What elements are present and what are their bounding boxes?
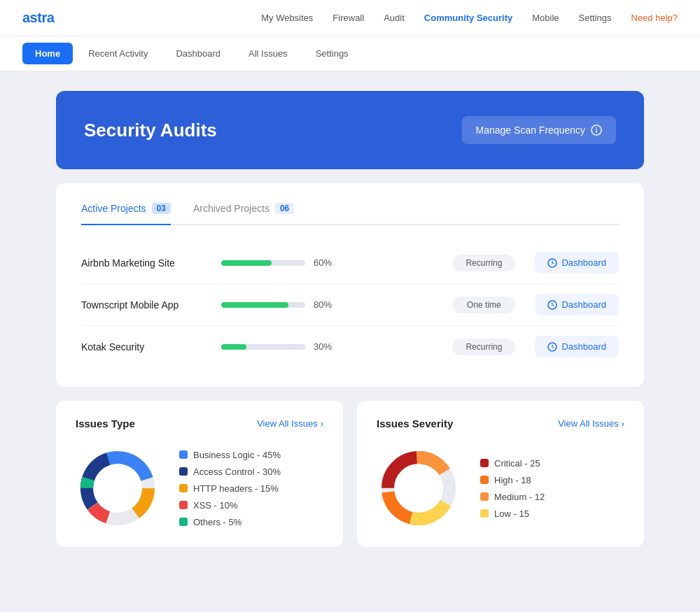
freq-badge: Recurring [452,339,515,355]
project-row: Kotak Security 30% Recurring Dashboard [81,326,619,367]
manage-scan-button[interactable]: Manage Scan Frequency i [462,116,616,144]
chevron-right-icon: › [622,418,624,429]
archived-projects-label: Archived Projects [193,203,270,214]
legend-label: HTTP headers - 15% [193,483,279,494]
project-rows: Airbnb Marketing Site 60% Recurring Dash… [81,242,619,367]
nav-community-security[interactable]: Community Security [424,13,512,23]
archived-projects-count: 06 [275,203,294,214]
dashboard-icon [547,258,557,268]
legend-label: XSS - 10% [193,500,238,511]
issues-type-donut [76,446,160,530]
issues-severity-view-all[interactable]: View All Issues › [558,418,624,429]
legend-dot [179,518,188,526]
tab-archived-projects[interactable]: Archived Projects 06 [193,203,294,225]
subnav-all-issues[interactable]: All Issues [236,43,300,64]
manage-scan-label: Manage Scan Frequency [476,124,585,136]
project-name: Airbnb Marketing Site [81,257,221,269]
progress-bar-fill [221,302,288,308]
nav-mobile[interactable]: Mobile [532,13,559,23]
freq-badge: Recurring [452,255,515,271]
project-row: Airbnb Marketing Site 60% Recurring Dash… [81,242,619,284]
legend-item: XSS - 10% [179,500,281,511]
progress-pct: 30% [314,341,339,352]
issues-severity-legend: Critical - 25 High - 18 Medium - 12 Low … [480,458,545,519]
top-nav-links: My Websites Firewall Audit Community Sec… [261,13,678,23]
dashboard-button[interactable]: Dashboard [535,294,619,315]
legend-label: Access Control - 30% [193,467,281,477]
dashboard-button[interactable]: Dashboard [535,336,619,357]
top-nav: astra My Websites Firewall Audit Communi… [0,0,700,36]
legend-dot [179,467,188,476]
nav-audit[interactable]: Audit [384,13,405,23]
freq-badge: One time [452,297,515,313]
legend-dot [480,476,489,484]
tab-active-projects[interactable]: Active Projects 03 [81,203,171,225]
info-icon: i [591,124,602,136]
project-name: Townscript Mobile App [81,299,221,311]
legend-item: Low - 15 [480,508,545,519]
progress-bar-bg [221,344,305,350]
issues-severity-title: Issues Severity [377,418,453,429]
issues-type-view-all[interactable]: View All Issues › [257,418,323,429]
progress-pct: 80% [314,299,339,310]
progress-bar-bg [221,260,305,266]
legend-item: Access Control - 30% [179,467,281,477]
nav-settings[interactable]: Settings [579,13,612,23]
legend-item: HTTP headers - 15% [179,483,281,494]
progress-pct: 60% [314,257,339,268]
subnav-recent-activity[interactable]: Recent Activity [76,43,160,64]
nav-need-help[interactable]: Need help? [631,13,678,23]
svg-point-9 [97,467,139,509]
chevron-right-icon: › [321,418,323,429]
projects-card: Active Projects 03 Archived Projects 06 … [56,183,644,387]
subnav-dashboard[interactable]: Dashboard [163,43,233,64]
dashboard-button[interactable]: Dashboard [535,252,619,273]
subnav-settings[interactable]: Settings [303,43,361,64]
legend-item: Business Logic - 45% [179,450,281,460]
issues-type-header: Issues Type View All Issues › [76,418,323,429]
legend-label: Critical - 25 [494,458,540,469]
project-name: Kotak Security [81,341,221,353]
progress-container: 80% [221,299,435,310]
tabs-row: Active Projects 03 Archived Projects 06 [81,203,619,225]
legend-dot [179,450,188,459]
progress-container: 60% [221,257,435,268]
legend-label: Business Logic - 45% [193,450,281,460]
issues-severity-header: Issues Severity View All Issues › [377,418,624,429]
dashboard-icon [547,300,557,310]
nav-firewall[interactable]: Firewall [332,13,364,23]
logo: astra [22,10,54,26]
active-projects-count: 03 [152,203,171,214]
security-audits-card: Security Audits Manage Scan Frequency i [56,91,644,169]
legend-label: Others - 5% [193,517,241,527]
main-content: Security Audits Manage Scan Frequency i … [0,71,700,567]
issues-type-body: Business Logic - 45% Access Control - 30… [76,446,323,530]
legend-item: Others - 5% [179,517,281,527]
legend-label: Low - 15 [494,508,529,519]
bottom-row: Issues Type View All Issues › Busi [56,401,644,547]
legend-item: High - 18 [480,475,545,485]
issues-type-card: Issues Type View All Issues › Busi [56,401,343,547]
issues-severity-body: Critical - 25 High - 18 Medium - 12 Low … [377,446,624,530]
legend-dot [179,501,188,509]
legend-item: Critical - 25 [480,458,545,469]
issues-type-legend: Business Logic - 45% Access Control - 30… [179,450,281,527]
legend-item: Medium - 12 [480,492,545,502]
issues-type-title: Issues Type [76,418,135,429]
svg-point-15 [398,467,440,509]
issues-severity-donut [377,446,461,530]
issues-severity-card: Issues Severity View All Issues › Critic… [357,401,644,547]
dashboard-icon [547,342,557,352]
subnav-home[interactable]: Home [22,43,73,64]
legend-dot [480,492,489,501]
security-audits-title: Security Audits [84,120,217,141]
sub-nav: Home Recent Activity Dashboard All Issue… [0,36,700,71]
active-projects-label: Active Projects [81,203,146,214]
legend-label: High - 18 [494,475,531,485]
nav-my-websites[interactable]: My Websites [261,13,313,23]
legend-dot [480,459,489,467]
progress-container: 30% [221,341,435,352]
legend-dot [480,509,489,518]
progress-bar-fill [221,260,272,266]
progress-bar-bg [221,302,305,308]
